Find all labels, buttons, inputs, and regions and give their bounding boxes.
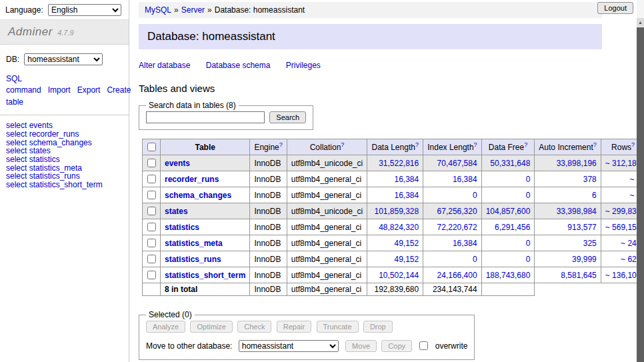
sql-command-link[interactable]: SQL command bbox=[6, 74, 41, 95]
help-icon[interactable]: ? bbox=[341, 141, 344, 148]
rows-link[interactable]: ~ 299,833 bbox=[605, 207, 637, 216]
search-button[interactable]: Search bbox=[269, 111, 306, 123]
data-length-link[interactable]: 49,152 bbox=[395, 239, 419, 248]
data-free-link[interactable]: 50,331,648 bbox=[490, 159, 530, 168]
table-name-link[interactable]: recorder_runs bbox=[165, 175, 219, 184]
drop-button[interactable]: Drop bbox=[363, 321, 393, 333]
privileges-link[interactable]: Privileges bbox=[286, 61, 321, 70]
data-free-link[interactable]: 6,291,456 bbox=[495, 223, 530, 232]
data-free-link[interactable]: 0 bbox=[526, 175, 531, 184]
sidebar-table-link-events[interactable]: select events bbox=[6, 121, 123, 130]
rows-link[interactable]: ~ 136,108 bbox=[605, 271, 637, 280]
breadcrumb-server-link[interactable]: Server bbox=[181, 5, 205, 15]
scrollbar-up-arrow-icon[interactable]: ▲ bbox=[637, 18, 644, 27]
move-db-select[interactable]: homeassistant bbox=[239, 340, 339, 352]
data-length-link[interactable]: 10,502,144 bbox=[379, 271, 419, 280]
logout-button[interactable]: Logout bbox=[597, 2, 633, 14]
brand-name: Adminer bbox=[8, 25, 53, 38]
index-length-link[interactable]: 70,467,584 bbox=[437, 159, 477, 168]
index-length-link[interactable]: 16,384 bbox=[453, 175, 477, 184]
scrollbar-thumb[interactable] bbox=[637, 27, 644, 362]
auto-increment-link[interactable]: 913,577 bbox=[567, 223, 596, 232]
row-checkbox[interactable] bbox=[147, 207, 156, 215]
rows-link[interactable]: ~ 5 bbox=[629, 175, 637, 184]
help-icon[interactable]: ? bbox=[474, 141, 477, 148]
copy-button[interactable]: Copy bbox=[381, 340, 412, 352]
data-free-link[interactable]: 104,857,600 bbox=[486, 207, 531, 216]
table-name-link[interactable]: statistics_runs bbox=[165, 255, 221, 264]
table-name-link[interactable]: statistics_short_term bbox=[165, 271, 245, 280]
truncate-button[interactable]: Truncate bbox=[317, 321, 359, 333]
table-name-link[interactable]: statistics bbox=[165, 223, 199, 232]
totals-checkbox-cell bbox=[143, 283, 161, 296]
adminer-brand: Adminer 4.7.9 bbox=[0, 19, 129, 45]
auto-increment-link[interactable]: 6 bbox=[592, 191, 597, 200]
check-button[interactable]: Check bbox=[237, 321, 271, 333]
index-length-link[interactable]: 24,166,400 bbox=[437, 271, 477, 280]
index-length-link[interactable]: 67,256,320 bbox=[437, 207, 477, 216]
auto-increment-link[interactable]: 33,898,196 bbox=[557, 159, 597, 168]
export-link[interactable]: Export bbox=[77, 85, 101, 95]
rows-link[interactable]: ~ 244 bbox=[621, 239, 637, 248]
table-name-link[interactable]: states bbox=[165, 207, 188, 216]
auto-increment-link[interactable]: 325 bbox=[583, 239, 597, 248]
alter-database-link[interactable]: Alter database bbox=[139, 61, 190, 70]
totals-row: 8 in total InnoDB utf8mb4_general_ci 192… bbox=[143, 283, 637, 296]
help-icon[interactable]: ? bbox=[524, 141, 527, 148]
data-length-link[interactable]: 101,859,328 bbox=[374, 207, 419, 216]
auto-increment-link[interactable]: 33,398,984 bbox=[557, 207, 597, 216]
data-length-link[interactable]: 48,824,320 bbox=[379, 223, 419, 232]
help-icon[interactable]: ? bbox=[593, 141, 597, 148]
index-length-link[interactable]: 72,220,672 bbox=[437, 223, 477, 232]
breadcrumb-mysql-link[interactable]: MySQL bbox=[145, 5, 171, 15]
row-checkbox[interactable] bbox=[147, 239, 156, 247]
analyze-button[interactable]: Analyze bbox=[146, 321, 185, 333]
row-checkbox[interactable] bbox=[147, 159, 156, 167]
help-icon[interactable]: ? bbox=[415, 141, 419, 148]
optimize-button[interactable]: Optimize bbox=[190, 321, 232, 333]
help-icon[interactable]: ? bbox=[631, 141, 635, 148]
help-icon[interactable]: ? bbox=[279, 141, 283, 148]
overwrite-checkbox[interactable] bbox=[419, 341, 428, 350]
table-name-link[interactable]: statistics_meta bbox=[165, 239, 223, 248]
sidebar-table-link-statistics[interactable]: select statistics bbox=[6, 155, 123, 164]
index-length-link[interactable]: 16,384 bbox=[453, 239, 477, 248]
data-free-link[interactable]: 0 bbox=[526, 191, 531, 200]
index-length-link[interactable]: 0 bbox=[473, 255, 477, 264]
search-input[interactable] bbox=[146, 111, 265, 123]
data-free-link[interactable]: 188,743,680 bbox=[486, 271, 531, 280]
data-length-link[interactable]: 31,522,816 bbox=[379, 159, 419, 168]
breadcrumb-separator: » bbox=[207, 5, 212, 15]
rows-link[interactable]: ~ 628 bbox=[621, 255, 637, 264]
select-all-checkbox[interactable] bbox=[147, 143, 156, 151]
data-length-link[interactable]: 49,152 bbox=[395, 255, 419, 264]
row-checkbox[interactable] bbox=[147, 223, 156, 231]
auto-increment-link[interactable]: 39,999 bbox=[572, 255, 597, 264]
data-free-link[interactable]: 0 bbox=[526, 255, 531, 264]
rows-link[interactable]: ~ 569,159 bbox=[605, 223, 637, 232]
repair-button[interactable]: Repair bbox=[277, 321, 311, 333]
move-button[interactable]: Move bbox=[345, 340, 377, 352]
row-checkbox[interactable] bbox=[147, 175, 156, 183]
data-length-link[interactable]: 16,384 bbox=[395, 191, 419, 200]
table-name-link[interactable]: events bbox=[165, 159, 190, 168]
row-checkbox[interactable] bbox=[147, 255, 156, 263]
db-select[interactable]: homeassistant bbox=[24, 53, 103, 65]
auto-increment-link[interactable]: 378 bbox=[583, 175, 597, 184]
language-select[interactable]: English bbox=[48, 4, 121, 16]
row-checkbox[interactable] bbox=[147, 271, 156, 279]
table-name-link[interactable]: schema_changes bbox=[165, 191, 231, 200]
scrollbar-track[interactable]: ▲ bbox=[637, 0, 644, 362]
auto-increment-link[interactable]: 8,581,645 bbox=[561, 271, 596, 280]
database-schema-link[interactable]: Database schema bbox=[206, 61, 271, 70]
sidebar-table-link-recorder-runs[interactable]: select recorder_runs bbox=[6, 130, 123, 139]
rows-link[interactable]: ~ 3 bbox=[629, 191, 637, 200]
data-length-link[interactable]: 16,384 bbox=[395, 175, 419, 184]
index-length-link[interactable]: 0 bbox=[473, 191, 477, 200]
sidebar-table-link-statistics-short-term[interactable]: select statistics_short_term bbox=[6, 181, 123, 189]
rows-link[interactable]: ~ 312,180 bbox=[605, 159, 637, 168]
data-free-link[interactable]: 0 bbox=[526, 239, 531, 248]
row-checkbox[interactable] bbox=[147, 191, 156, 199]
table-row: statistics_runs InnoDB utf8mb4_general_c… bbox=[143, 251, 637, 267]
import-link[interactable]: Import bbox=[48, 85, 71, 95]
